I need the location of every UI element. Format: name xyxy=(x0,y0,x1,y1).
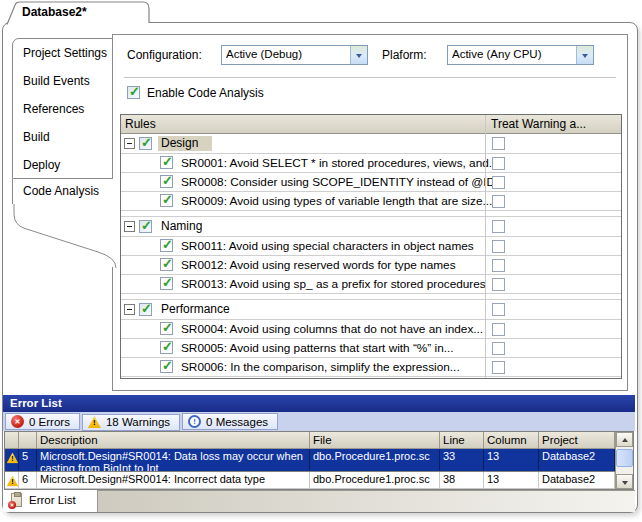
rule-row[interactable]: SR0006: In the comparison, simplify the … xyxy=(121,358,621,377)
sidebar-item-label: Code Analysis xyxy=(23,184,99,198)
rule-label: SR0011: Avoid using special characters i… xyxy=(181,239,474,253)
rule-checkbox[interactable] xyxy=(160,322,173,335)
number-cell: 6 xyxy=(19,472,37,488)
error-row[interactable]: 5Microsoft.Design#SR0014: Data loss may … xyxy=(5,449,615,472)
rules-column-header: Rules xyxy=(125,117,156,131)
sidebar-item-project-settings[interactable]: Project Settings xyxy=(13,39,112,67)
tab-error-list[interactable]: Error List xyxy=(3,490,98,512)
rule-checkbox[interactable] xyxy=(160,277,173,290)
file-cell: dbo.Procedure1.proc.sc xyxy=(310,472,440,488)
rule-row[interactable]: SR0011: Avoid using special characters i… xyxy=(121,237,621,256)
screenshot-root: Project SettingsBuild EventsReferencesBu… xyxy=(0,0,642,522)
filter-button-0-messages[interactable]: 0 Messages xyxy=(182,413,278,430)
collapse-icon[interactable] xyxy=(124,138,135,149)
sidebar-item-build[interactable]: Build xyxy=(13,123,112,151)
rule-checkbox[interactable] xyxy=(160,258,173,271)
rule-group-label: Design xyxy=(158,136,212,151)
warning-icon xyxy=(7,452,19,463)
group-checkbox[interactable] xyxy=(139,303,152,316)
description-column-header[interactable]: Description xyxy=(37,432,310,449)
collapse-icon[interactable] xyxy=(124,304,135,315)
rule-row[interactable]: SR0005: Avoid using patterns that start … xyxy=(121,339,621,358)
file-column-header[interactable]: File xyxy=(310,432,440,449)
rule-row[interactable]: SR0012: Avoid using reserved words for t… xyxy=(121,256,621,275)
rule-checkbox[interactable] xyxy=(160,239,173,252)
filter-button-18-warnings[interactable]: 18 Warnings xyxy=(82,414,180,431)
severity-cell xyxy=(5,449,19,471)
treat-warning-checkbox[interactable] xyxy=(492,176,505,189)
severity-column-header[interactable] xyxy=(5,432,19,449)
rule-checkbox[interactable] xyxy=(160,156,173,169)
rule-group-row[interactable]: Naming xyxy=(121,217,621,237)
column-column-header[interactable]: Column xyxy=(484,432,539,449)
treat-warning-checkbox[interactable] xyxy=(492,259,505,272)
sidebar-item-deploy[interactable]: Deploy xyxy=(13,151,112,179)
rule-row[interactable]: SR0009: Avoid using types of variable le… xyxy=(121,192,621,211)
scroll-down-icon[interactable] xyxy=(616,474,633,489)
rule-group-row[interactable]: Performance xyxy=(121,300,621,320)
warning-icon xyxy=(7,475,19,486)
rules-table-header: Rules Treat Warning a... xyxy=(121,115,621,134)
rule-label: SR0005: Avoid using patterns that start … xyxy=(181,341,454,355)
configuration-dropdown[interactable]: Active (Debug) xyxy=(221,45,368,65)
treat-warning-checkbox[interactable] xyxy=(492,195,505,208)
treat-warning-checkbox[interactable] xyxy=(492,137,505,150)
enable-code-analysis-checkbox[interactable] xyxy=(127,86,140,99)
treat-warning-checkbox[interactable] xyxy=(492,323,505,336)
column-cell: 13 xyxy=(484,472,539,488)
treat-warning-checkbox[interactable] xyxy=(492,361,505,374)
treat-warning-checkbox[interactable] xyxy=(492,157,505,170)
treat-warning-checkbox[interactable] xyxy=(492,220,505,233)
document-tab-label[interactable]: Database2* xyxy=(22,5,87,19)
rule-group-row[interactable]: Design xyxy=(121,134,621,154)
separator xyxy=(124,77,616,78)
rule-checkbox[interactable] xyxy=(160,341,173,354)
filter-button-label: 0 Errors xyxy=(29,416,70,428)
code-analysis-page: Configuration: Active (Debug) Plaform: A… xyxy=(112,34,628,391)
number-column-header[interactable] xyxy=(19,432,37,449)
line-column-header[interactable]: Line xyxy=(440,432,484,449)
line-cell: 33 xyxy=(440,449,484,471)
treat-warning-checkbox[interactable] xyxy=(492,303,505,316)
project-column-header[interactable]: Project xyxy=(539,432,615,449)
rule-checkbox[interactable] xyxy=(160,175,173,188)
vertical-scrollbar[interactable] xyxy=(615,432,633,489)
treat-warning-checkbox[interactable] xyxy=(492,240,505,253)
rule-checkbox[interactable] xyxy=(160,360,173,373)
column-divider xyxy=(485,115,486,378)
scroll-up-icon[interactable] xyxy=(616,432,633,447)
group-checkbox[interactable] xyxy=(139,137,152,150)
scrollbar-thumb[interactable] xyxy=(616,449,633,467)
description-cell: Microsoft.Design#SR0014: Incorrect data … xyxy=(37,472,310,488)
rule-row[interactable]: SR0004: Avoid using columns that do not … xyxy=(121,320,621,339)
rule-row[interactable]: SR0008: Consider using SCOPE_IDENTITY in… xyxy=(121,173,621,192)
group-checkbox[interactable] xyxy=(139,220,152,233)
filter-button-label: 18 Warnings xyxy=(106,416,170,428)
rule-label: SR0012: Avoid using reserved words for t… xyxy=(181,258,456,272)
rule-label: SR0001: Avoid SELECT * in stored procedu… xyxy=(181,156,499,170)
sidebar-item-code-analysis[interactable]: Code Analysis xyxy=(12,179,113,204)
error-list-title-bar: Error List xyxy=(3,395,635,412)
number-cell: 5 xyxy=(19,449,37,471)
selected-tab-curl xyxy=(11,204,117,270)
sidebar-item-build-events[interactable]: Build Events xyxy=(13,67,112,95)
rule-checkbox[interactable] xyxy=(160,194,173,207)
error-grid: Description File Line Column Project 5Mi… xyxy=(4,431,634,490)
project-cell: Database2 xyxy=(539,472,615,488)
collapse-icon[interactable] xyxy=(124,221,135,232)
chevron-down-icon[interactable] xyxy=(350,46,367,64)
rule-label: SR0008: Consider using SCOPE_IDENTITY in… xyxy=(181,175,505,189)
platform-dropdown[interactable]: Active (Any CPU) xyxy=(447,45,594,65)
treat-warning-checkbox[interactable] xyxy=(492,278,505,291)
rule-row[interactable]: SR0001: Avoid SELECT * in stored procedu… xyxy=(121,154,621,173)
error-row[interactable]: 6Microsoft.Design#SR0014: Incorrect data… xyxy=(5,472,615,489)
sidebar-item-references[interactable]: References xyxy=(13,95,112,123)
error-list-tab-label: Error List xyxy=(29,494,76,506)
chevron-down-icon[interactable] xyxy=(576,46,593,64)
rule-label: SR0009: Avoid using types of variable le… xyxy=(181,194,492,208)
rule-row[interactable]: SR0013: Avoid using sp_ as a prefix for … xyxy=(121,275,621,294)
filter-button-0-errors[interactable]: 0 Errors xyxy=(5,413,80,430)
description-cell: Microsoft.Design#SR0014: Data loss may o… xyxy=(37,449,310,471)
treat-warning-checkbox[interactable] xyxy=(492,342,505,355)
group-spacer-row xyxy=(121,377,621,379)
